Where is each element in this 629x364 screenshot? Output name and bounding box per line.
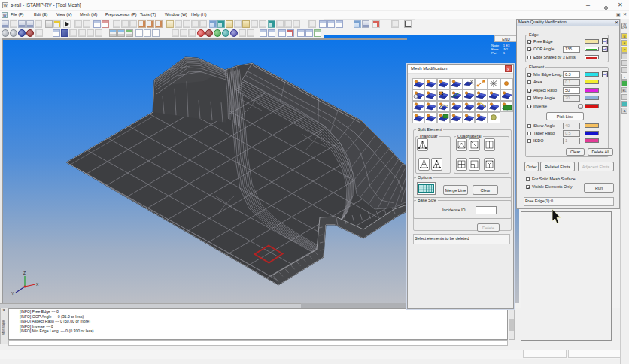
svg-text:Z: Z [23,271,26,275]
